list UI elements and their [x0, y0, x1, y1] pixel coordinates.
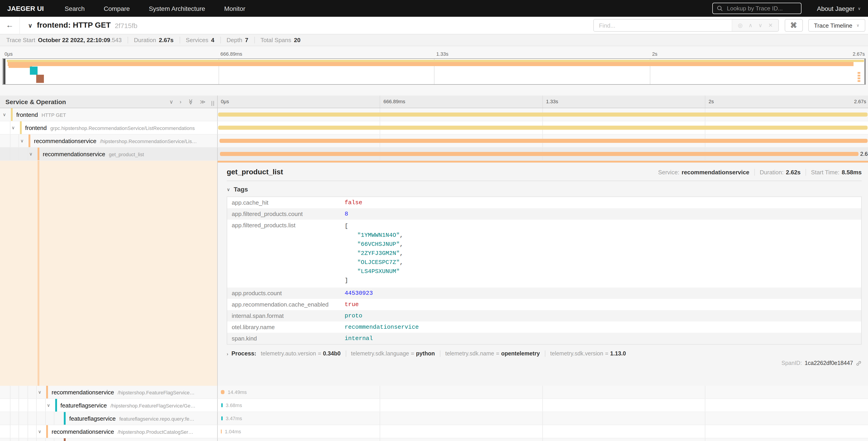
- span-timeline-cell[interactable]: [218, 438, 868, 441]
- nav-item-system-architecture[interactable]: System Architecture: [149, 5, 205, 12]
- tag-value: 44530923: [340, 288, 862, 299]
- span-bar[interactable]: [221, 390, 224, 394]
- chevron-down-icon[interactable]: ∨: [47, 403, 50, 408]
- span-bar[interactable]: [218, 113, 867, 117]
- minimap-left-drag-handle[interactable]: [3, 59, 5, 84]
- tree-guide-line: [45, 412, 45, 425]
- top-nav: JAEGER UI SearchCompareSystem Architectu…: [0, 0, 868, 17]
- span-bar[interactable]: [220, 152, 858, 156]
- find-next-icon[interactable]: ∨: [758, 23, 763, 28]
- summary-item: Total Spans20: [260, 37, 306, 43]
- span-row[interactable]: ∨frontendHTTP GET: [0, 108, 868, 121]
- tag-row[interactable]: app.products.count44530923: [227, 288, 862, 299]
- span-timeline-cell[interactable]: 1.04ms: [218, 425, 868, 438]
- summary-item: Services4: [186, 37, 221, 43]
- span-color-accent: [55, 399, 57, 412]
- find-prev-icon[interactable]: ∧: [748, 23, 753, 28]
- focus-target-icon[interactable]: ◎: [738, 23, 743, 28]
- trace-id-search[interactable]: [712, 3, 802, 14]
- chevron-down-icon[interactable]: ∨: [29, 151, 33, 156]
- span-timeline-cell[interactable]: 3.68ms: [218, 399, 868, 412]
- tag-row[interactable]: app.cache_hitfalse: [227, 197, 862, 208]
- span-name-cell[interactable]: ∨frontendgrpc.hipstershop.Recommendation…: [0, 121, 218, 135]
- span-timeline-cell[interactable]: 3.47ms: [218, 412, 868, 425]
- chevron-down-icon[interactable]: ∨: [3, 112, 6, 117]
- nav-item-monitor[interactable]: Monitor: [224, 5, 245, 12]
- span-row[interactable]: ∨featureflagservice/hipstershop.FeatureF…: [0, 399, 868, 412]
- tree-guide-line: [10, 425, 10, 438]
- trace-id-search-input[interactable]: [726, 4, 797, 12]
- span-timeline-cell[interactable]: [218, 135, 868, 148]
- span-bar[interactable]: [220, 139, 868, 143]
- tag-value-text: internal: [345, 335, 373, 342]
- keyboard-shortcuts-button[interactable]: ⌘: [784, 19, 803, 32]
- find-input[interactable]: [594, 20, 732, 31]
- nav-item-search[interactable]: Search: [65, 5, 85, 12]
- span-duration-label: 2.62s: [860, 151, 868, 157]
- span-name-cell[interactable]: ∨featureflagservice/hipstershop.FeatureF…: [0, 399, 218, 412]
- minimap-right-drag-handle[interactable]: [864, 59, 865, 84]
- tag-key: app.filtered_products.count: [227, 208, 340, 219]
- minimap-time-axis: 0μs666.89ms1.33s2s2.67s: [2, 51, 866, 58]
- find-clear-icon[interactable]: ✕: [768, 23, 773, 28]
- span-row[interactable]: ∨recommendationservice/hipstershop.Recom…: [0, 135, 868, 148]
- trace-collapse-chevron-icon[interactable]: ∨: [28, 22, 32, 29]
- span-row[interactable]: featureflagservicefeatureflagservice.rep…: [0, 412, 868, 425]
- span-color-accent: [37, 148, 39, 160]
- span-name-cell[interactable]: ∨recommendationserviceget_product_list: [0, 148, 218, 161]
- app-logo[interactable]: JAEGER UI: [7, 4, 44, 12]
- chevron-down-icon[interactable]: ∨: [38, 390, 41, 394]
- trace-view-label: Trace Timeline: [814, 22, 852, 29]
- tag-row[interactable]: app.filtered_products.count8: [227, 208, 862, 219]
- process-key: telemetry.sdk.version: [550, 350, 603, 357]
- timeline-tick-label: 666.89ms: [380, 99, 405, 104]
- span-bar[interactable]: [221, 430, 222, 434]
- expand-one-icon[interactable]: ›: [180, 99, 182, 105]
- span-bar[interactable]: [221, 403, 223, 407]
- process-section[interactable]: › Process: telemetry.auto.version=0.34b0…: [227, 350, 862, 357]
- span-rows-top: ∨frontendHTTP GET∨frontendgrpc.hipstersh…: [0, 108, 868, 161]
- collapse-all-icon[interactable]: ≫: [188, 99, 193, 105]
- tree-guide-line: [27, 148, 28, 160]
- chevron-down-icon[interactable]: ∨: [38, 429, 41, 434]
- tag-row[interactable]: otel.library.namerecommendationservice: [227, 321, 862, 333]
- expand-all-icon[interactable]: ≫: [200, 99, 206, 105]
- timeline-tick-label: 2s: [706, 99, 714, 104]
- span-row[interactable]: ∨frontendgrpc.hipstershop.Recommendation…: [0, 121, 868, 135]
- span-timeline-cell[interactable]: [218, 108, 868, 121]
- collapse-one-icon[interactable]: ∨: [169, 99, 173, 105]
- span-bar[interactable]: [221, 416, 222, 420]
- tag-row[interactable]: app.filtered_products.list["1YMWWN1N4O",…: [227, 219, 862, 288]
- span-name-cell[interactable]: ∨frontendHTTP GET: [0, 108, 218, 121]
- chevron-down-icon[interactable]: ∨: [20, 138, 24, 143]
- span-timeline-cell[interactable]: 14.49ms: [218, 386, 868, 399]
- about-jaeger-menu[interactable]: About Jaeger ∨: [817, 5, 861, 12]
- tree-guide-line: [10, 412, 10, 425]
- span-detail-header: get_product_list Service:recommendations…: [227, 168, 862, 176]
- span-row[interactable]: ∨recommendationservice/hipstershop.Produ…: [0, 425, 868, 438]
- minimap-canvas[interactable]: [2, 58, 866, 85]
- tree-guide-line: [19, 412, 19, 425]
- span-name-cell[interactable]: ∨recommendationservice/hipstershop.Recom…: [0, 135, 218, 148]
- tag-key: span.kind: [227, 333, 340, 344]
- span-name-cell[interactable]: featureflagservicefeatureflagservice.rep…: [0, 412, 218, 425]
- deep-link-icon[interactable]: [856, 360, 862, 366]
- span-row[interactable]: [0, 438, 868, 441]
- column-resize-handle[interactable]: [211, 101, 214, 106]
- span-bar[interactable]: [218, 126, 867, 130]
- span-timeline-cell[interactable]: 2.62s: [218, 148, 868, 161]
- span-row[interactable]: ∨recommendationservice/hipstershop.Featu…: [0, 386, 868, 399]
- tag-row[interactable]: internal.span.formatproto: [227, 310, 862, 321]
- nav-item-compare[interactable]: Compare: [104, 5, 130, 12]
- trace-view-selector[interactable]: Trace Timeline ∨: [808, 19, 865, 32]
- span-name-cell[interactable]: [0, 438, 218, 441]
- span-name-cell[interactable]: ∨recommendationservice/hipstershop.Featu…: [0, 386, 218, 399]
- chevron-down-icon[interactable]: ∨: [11, 125, 15, 130]
- span-row[interactable]: ∨recommendationserviceget_product_list2.…: [0, 148, 868, 161]
- tag-row[interactable]: span.kindinternal: [227, 333, 862, 344]
- tags-section-toggle[interactable]: ∨ Tags: [227, 186, 862, 193]
- span-timeline-cell[interactable]: [218, 121, 868, 135]
- tag-row[interactable]: app.recommendation.cache_enabledtrue: [227, 299, 862, 310]
- span-name-cell[interactable]: ∨recommendationservice/hipstershop.Produ…: [0, 425, 218, 438]
- back-button[interactable]: ←: [0, 17, 20, 34]
